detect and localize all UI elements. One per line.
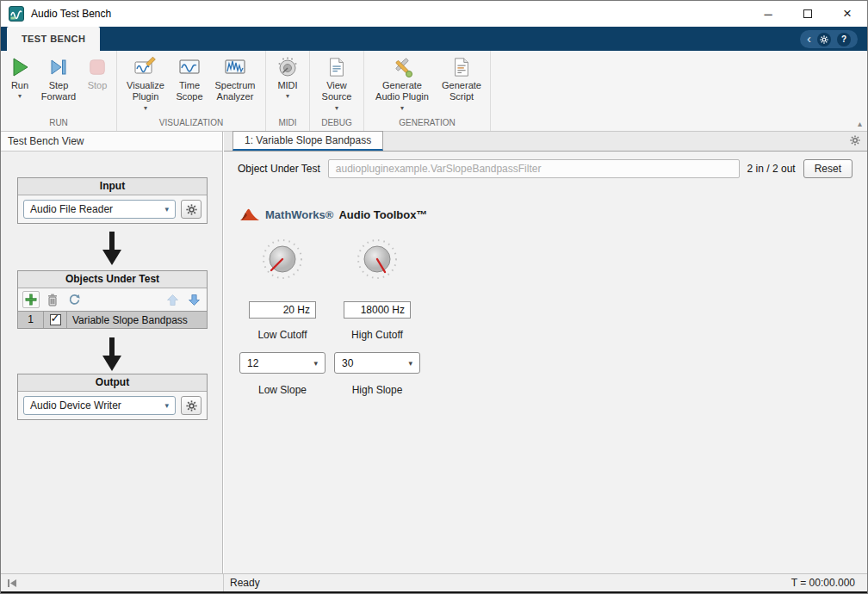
- input-group: Input Audio File Reader ▾: [17, 177, 208, 224]
- gear-icon: [820, 35, 828, 44]
- step-forward-icon: [47, 56, 70, 78]
- high-cutoff-knob[interactable]: [356, 238, 399, 281]
- spectrum-analyzer-icon: [224, 56, 246, 78]
- delete-object-button[interactable]: [44, 291, 61, 308]
- help-button[interactable]: ?: [837, 33, 851, 46]
- object-row-name: Variable Slope Bandpass: [67, 314, 188, 326]
- generate-audio-plugin-button[interactable]: Generate Audio Plugin ▾: [368, 54, 437, 116]
- output-group-header: Output: [18, 374, 207, 392]
- app-window: Audio Test Bench ─ × TEST BENCH ‹: [0, 0, 868, 594]
- panel-title: Test Bench View: [1, 132, 222, 152]
- refresh-objects-button[interactable]: [65, 291, 83, 308]
- panel-collapse-icon[interactable]: [7, 579, 17, 588]
- generate-script-button[interactable]: Generate Script: [437, 54, 487, 116]
- simulation-time: T = 00:00.000: [791, 577, 867, 589]
- chevron-down-icon: ▾: [313, 359, 318, 368]
- stop-icon: [86, 56, 108, 78]
- close-icon: ×: [843, 5, 852, 22]
- run-button[interactable]: Run ▾: [4, 54, 35, 116]
- output-group: Output Audio Device Writer ▾: [17, 374, 208, 420]
- test-bench-view-panel: Test Bench View Input Audio File Reader …: [1, 132, 223, 573]
- step-forward-button[interactable]: Step Forward: [35, 54, 82, 116]
- low-slope-value: 12: [247, 357, 258, 369]
- high-slope-dropdown[interactable]: 30 ▾: [334, 352, 420, 374]
- dropdown-arrow-icon: ▾: [335, 104, 338, 112]
- high-slope-value: 30: [342, 357, 353, 369]
- branding: MathWorks® Audio Toolbox™: [239, 207, 427, 222]
- input-group-header: Input: [18, 178, 207, 195]
- high-slope-label: High Slope: [352, 384, 403, 396]
- flow-arrow-down-icon: [99, 232, 125, 266]
- low-cutoff-label: Low Cutoff: [257, 329, 307, 341]
- arrow-up-icon: [166, 294, 179, 306]
- ribbon-section-generation: Generate Audio Plugin ▾: [364, 51, 491, 131]
- toolstrip-tabband: TEST BENCH ‹ ?: [1, 27, 867, 51]
- output-selector[interactable]: Audio Device Writer ▾: [23, 396, 176, 415]
- maximize-button[interactable]: [788, 1, 828, 27]
- object-under-test-field[interactable]: audiopluginexample.VarSlopeBandpassFilte…: [328, 159, 740, 178]
- output-settings-button[interactable]: [181, 396, 202, 415]
- run-icon: [9, 56, 31, 78]
- object-enabled-checkbox[interactable]: ✓: [50, 314, 61, 325]
- visualize-plugin-button[interactable]: Visualize Plugin ▾: [121, 54, 170, 116]
- object-under-test-row: Object Under Test audiopluginexample.Var…: [238, 159, 852, 178]
- refresh-icon: [68, 294, 81, 306]
- minimize-button[interactable]: ─: [748, 1, 788, 27]
- time-scope-icon: [178, 56, 201, 78]
- close-button[interactable]: ×: [828, 1, 867, 27]
- app-icon: [9, 6, 24, 22]
- high-cutoff-column: 18000 Hz High Cutoff 30 ▾ High Slope: [334, 238, 420, 396]
- time-scope-button[interactable]: Time Scope: [170, 54, 208, 116]
- gear-icon: [186, 204, 197, 215]
- input-selector[interactable]: Audio File Reader ▾: [23, 200, 176, 219]
- object-row-index: 1: [18, 312, 44, 328]
- objects-toolbar: [18, 288, 207, 311]
- section-label-run: RUN: [3, 116, 114, 131]
- reset-button[interactable]: Reset: [803, 159, 852, 178]
- mathworks-wordmark: MathWorks®: [265, 208, 333, 221]
- panel-options-button[interactable]: [850, 135, 860, 148]
- arrow-down-icon: [188, 294, 201, 306]
- check-icon: ✓: [51, 312, 60, 325]
- chevron-down-icon: ▾: [164, 401, 169, 410]
- objects-group-header: Objects Under Test: [18, 271, 207, 288]
- window-title: Audio Test Bench: [31, 8, 111, 20]
- low-cutoff-knob[interactable]: [261, 238, 304, 281]
- midi-button[interactable]: MIDI ▾: [270, 54, 306, 116]
- plus-icon: [25, 294, 37, 306]
- maximize-icon: [803, 9, 812, 18]
- generate-script-icon: [450, 56, 473, 78]
- objects-under-test-group: Objects Under Test: [17, 270, 208, 329]
- preferences-button[interactable]: [817, 33, 831, 46]
- low-slope-dropdown[interactable]: 12 ▾: [239, 352, 326, 374]
- input-selector-value: Audio File Reader: [30, 203, 113, 215]
- stop-button[interactable]: Stop: [82, 54, 113, 116]
- high-cutoff-label: High Cutoff: [351, 329, 403, 341]
- section-label-midi: MIDI: [269, 116, 307, 131]
- view-source-icon: [326, 56, 348, 78]
- input-settings-button[interactable]: [181, 200, 202, 219]
- statusbar: Ready T = 00:00.000: [1, 573, 867, 591]
- collapse-ribbon-button[interactable]: ▴: [858, 119, 862, 128]
- tab-variable-slope-bandpass[interactable]: 1: Variable Slope Bandpass: [232, 131, 383, 151]
- high-cutoff-field[interactable]: 18000 Hz: [344, 301, 411, 319]
- low-cutoff-field[interactable]: 20 Hz: [249, 301, 316, 319]
- ribbon-section-midi: MIDI ▾ MIDI: [266, 51, 310, 131]
- view-source-button[interactable]: View Source ▾: [313, 54, 360, 116]
- chevron-down-icon: ▾: [408, 359, 412, 368]
- move-object-down-button[interactable]: [185, 291, 202, 308]
- output-selector-value: Audio Device Writer: [30, 399, 121, 411]
- spectrum-analyzer-button[interactable]: Spectrum Analyzer: [208, 54, 262, 116]
- visualize-plugin-icon: [134, 56, 157, 78]
- plugin-tabbar: 1: Variable Slope Bandpass: [224, 132, 867, 152]
- tab-test-bench[interactable]: TEST BENCH: [7, 27, 100, 51]
- move-object-up-button[interactable]: [164, 291, 181, 308]
- plugin-parameters: 20 Hz Low Cutoff 12 ▾ Low Slope: [239, 238, 420, 396]
- back-chevron-icon[interactable]: ‹: [807, 32, 811, 45]
- object-row[interactable]: 1 ✓ Variable Slope Bandpass: [18, 311, 207, 328]
- plugin-content: Object Under Test audiopluginexample.Var…: [224, 152, 867, 573]
- low-slope-label: Low Slope: [258, 384, 307, 396]
- trash-icon: [46, 294, 59, 306]
- add-object-button[interactable]: [22, 291, 40, 308]
- minimize-icon: ─: [764, 8, 772, 21]
